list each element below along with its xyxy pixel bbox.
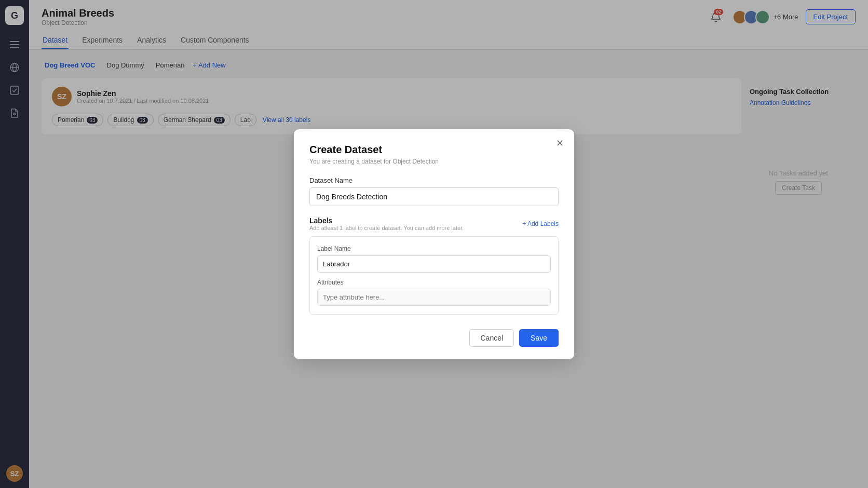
label-name-label: Label Name [317, 245, 551, 252]
create-dataset-modal: ✕ Create Dataset You are creating a data… [294, 129, 574, 359]
modal-subtitle: You are creating a dataset for Object De… [309, 158, 559, 165]
label-box: Label Name Attributes [309, 236, 559, 315]
dataset-name-input[interactable] [309, 187, 559, 206]
labels-title-group: Labels Add atleast 1 label to create dat… [309, 216, 464, 231]
dataset-name-label: Dataset Name [309, 177, 559, 184]
save-button[interactable]: Save [519, 329, 559, 347]
cancel-button[interactable]: Cancel [469, 329, 514, 347]
modal-overlay[interactable]: ✕ Create Dataset You are creating a data… [0, 0, 868, 488]
labels-desc: Add atleast 1 label to create dataset. Y… [309, 225, 464, 231]
modal-footer: Cancel Save [309, 329, 559, 347]
labels-title: Labels [309, 216, 464, 225]
label-name-input[interactable] [317, 255, 551, 273]
attributes-input[interactable] [317, 289, 551, 306]
labels-header: Labels Add atleast 1 label to create dat… [309, 216, 559, 231]
modal-title: Create Dataset [309, 144, 559, 156]
modal-close-button[interactable]: ✕ [556, 139, 564, 148]
add-labels-button[interactable]: + Add Labels [522, 220, 559, 227]
attributes-label: Attributes [317, 279, 551, 286]
labels-section: Labels Add atleast 1 label to create dat… [309, 216, 559, 315]
